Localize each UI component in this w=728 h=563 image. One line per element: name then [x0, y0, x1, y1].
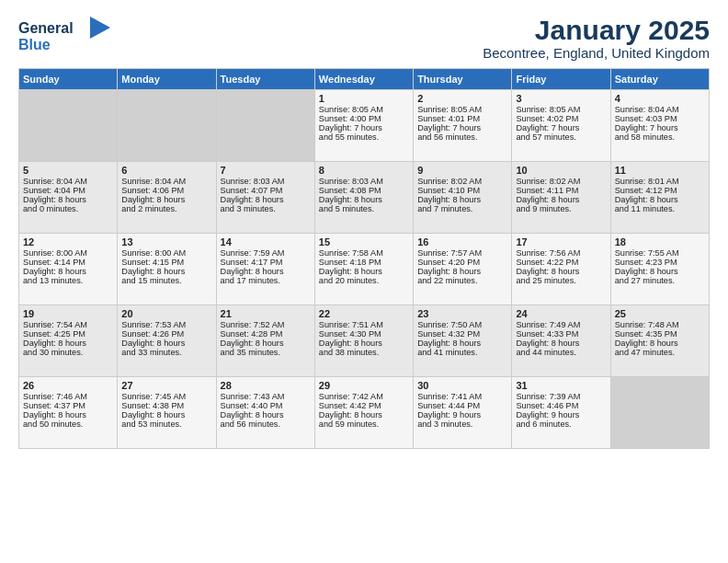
cell-info: Sunrise: 7:39 AM [516, 392, 606, 401]
cell-info: Daylight: 7 hours [516, 123, 606, 132]
cell-info: Sunrise: 7:51 AM [319, 320, 409, 329]
cell-info: Daylight: 8 hours [121, 267, 211, 276]
cell-info: Sunset: 4:07 PM [221, 186, 311, 195]
cell-info: and 38 minutes. [319, 348, 409, 357]
cell-info: Sunrise: 8:03 AM [221, 177, 311, 186]
calendar-cell: 28Sunrise: 7:43 AMSunset: 4:40 PMDayligh… [216, 377, 314, 449]
calendar-cell: 4Sunrise: 8:04 AMSunset: 4:03 PMDaylight… [610, 90, 709, 162]
cell-info: Sunrise: 8:02 AM [417, 177, 507, 186]
cell-info: Sunrise: 7:42 AM [319, 392, 409, 401]
cell-info: Daylight: 8 hours [221, 195, 311, 204]
day-number: 24 [516, 308, 606, 319]
cell-info: Sunset: 4:10 PM [417, 186, 507, 195]
cell-info: Sunrise: 7:46 AM [23, 392, 113, 401]
cell-info: Sunset: 4:11 PM [516, 186, 606, 195]
cell-info: Sunset: 4:38 PM [121, 401, 211, 410]
calendar-cell: 17Sunrise: 7:56 AMSunset: 4:22 PMDayligh… [512, 234, 610, 305]
cell-info: and 33 minutes. [121, 348, 211, 357]
cell-info: Sunrise: 7:50 AM [417, 320, 507, 329]
day-header-saturday: Saturday [610, 69, 709, 90]
cell-info: Sunset: 4:28 PM [221, 329, 311, 339]
calendar-cell: 21Sunrise: 7:52 AMSunset: 4:28 PMDayligh… [216, 305, 314, 377]
calendar-cell: 19Sunrise: 7:54 AMSunset: 4:25 PMDayligh… [19, 305, 118, 377]
cell-info: Daylight: 8 hours [121, 195, 211, 204]
cell-info: and 35 minutes. [221, 348, 311, 357]
cell-info: Sunset: 4:17 PM [221, 258, 311, 267]
calendar-cell: 15Sunrise: 7:58 AMSunset: 4:18 PMDayligh… [314, 234, 413, 305]
day-number: 15 [319, 236, 409, 247]
cell-info: and 41 minutes. [417, 348, 507, 357]
cell-info: Daylight: 8 hours [417, 339, 507, 348]
cell-info: Sunset: 4:03 PM [615, 114, 705, 123]
day-number: 19 [23, 308, 113, 319]
day-header-thursday: Thursday [414, 69, 512, 90]
cell-info: Sunset: 4:01 PM [417, 114, 507, 123]
cell-info: Daylight: 8 hours [319, 195, 409, 204]
calendar-cell: 16Sunrise: 7:57 AMSunset: 4:20 PMDayligh… [414, 234, 512, 305]
cell-info: Daylight: 8 hours [23, 195, 113, 204]
cell-info: and 56 minutes. [417, 132, 507, 142]
cell-info: and 47 minutes. [615, 348, 705, 357]
calendar-cell [610, 377, 709, 449]
cell-info: Sunset: 4:02 PM [516, 114, 606, 123]
cell-info: Sunrise: 8:05 AM [319, 105, 409, 114]
cell-info: Sunset: 4:18 PM [319, 258, 409, 267]
calendar-cell: 2Sunrise: 8:05 AMSunset: 4:01 PMDaylight… [414, 90, 512, 162]
day-number: 17 [516, 236, 606, 247]
day-number: 20 [121, 308, 211, 319]
cell-info: Daylight: 7 hours [319, 123, 409, 132]
cell-info: and 56 minutes. [221, 419, 311, 429]
day-number: 1 [319, 93, 409, 104]
cell-info: and 15 minutes. [121, 276, 211, 285]
cell-info: Sunrise: 7:58 AM [319, 248, 409, 258]
cell-info: Sunrise: 7:52 AM [221, 320, 311, 329]
cell-info: Sunset: 4:26 PM [121, 329, 211, 339]
cell-info: Daylight: 8 hours [221, 267, 311, 276]
page-subtitle: Becontree, England, United Kingdom [483, 45, 710, 61]
cell-info: Sunset: 4:00 PM [319, 114, 409, 123]
cell-info: and 5 minutes. [319, 204, 409, 213]
cell-info: Sunrise: 8:05 AM [516, 105, 606, 114]
day-number: 26 [23, 380, 113, 391]
calendar-cell: 6Sunrise: 8:04 AMSunset: 4:06 PMDaylight… [118, 162, 216, 234]
day-number: 29 [319, 380, 409, 391]
day-number: 9 [417, 165, 507, 176]
day-number: 28 [221, 380, 311, 391]
cell-info: and 0 minutes. [23, 204, 113, 213]
cell-info: and 55 minutes. [319, 132, 409, 142]
cell-info: Sunrise: 8:04 AM [23, 177, 113, 186]
cell-info: Daylight: 8 hours [516, 267, 606, 276]
cell-info: and 57 minutes. [516, 132, 606, 142]
day-number: 2 [417, 93, 507, 104]
cell-info: and 44 minutes. [516, 348, 606, 357]
calendar-cell: 14Sunrise: 7:59 AMSunset: 4:17 PMDayligh… [216, 234, 314, 305]
cell-info: Sunset: 4:14 PM [23, 258, 113, 267]
calendar-cell: 20Sunrise: 7:53 AMSunset: 4:26 PMDayligh… [118, 305, 216, 377]
svg-text:Blue: Blue [18, 37, 51, 52]
calendar-cell: 18Sunrise: 7:55 AMSunset: 4:23 PMDayligh… [610, 234, 709, 305]
calendar-cell: 26Sunrise: 7:46 AMSunset: 4:37 PMDayligh… [19, 377, 118, 449]
cell-info: Sunrise: 8:05 AM [417, 105, 507, 114]
calendar-week-3: 12Sunrise: 8:00 AMSunset: 4:14 PMDayligh… [19, 234, 710, 305]
day-header-friday: Friday [512, 69, 610, 90]
cell-info: Daylight: 8 hours [23, 267, 113, 276]
day-number: 5 [23, 165, 113, 176]
day-number: 30 [417, 380, 507, 391]
cell-info: and 27 minutes. [615, 276, 705, 285]
cell-info: and 50 minutes. [23, 419, 113, 429]
title-area: January 2025 Becontree, England, United … [483, 15, 710, 61]
day-header-sunday: Sunday [19, 69, 118, 90]
cell-info: and 20 minutes. [319, 276, 409, 285]
cell-info: and 9 minutes. [516, 204, 606, 213]
cell-info: and 7 minutes. [417, 204, 507, 213]
cell-info: Sunset: 4:08 PM [319, 186, 409, 195]
cell-info: Sunrise: 8:04 AM [121, 177, 211, 186]
page: General Blue January 2025 Becontree, Eng… [0, 0, 728, 563]
calendar-cell: 7Sunrise: 8:03 AMSunset: 4:07 PMDaylight… [216, 162, 314, 234]
calendar-cell: 24Sunrise: 7:49 AMSunset: 4:33 PMDayligh… [512, 305, 610, 377]
calendar-cell: 11Sunrise: 8:01 AMSunset: 4:12 PMDayligh… [610, 162, 709, 234]
calendar-cell: 25Sunrise: 7:48 AMSunset: 4:35 PMDayligh… [610, 305, 709, 377]
cell-info: Sunset: 4:20 PM [417, 258, 507, 267]
cell-info: and 59 minutes. [319, 419, 409, 429]
cell-info: and 30 minutes. [23, 348, 113, 357]
